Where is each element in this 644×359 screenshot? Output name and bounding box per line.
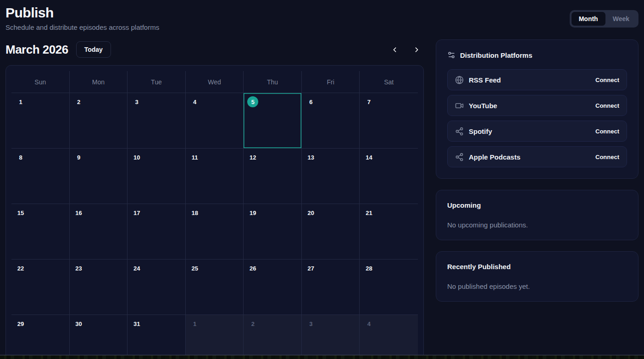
calendar-day-cell[interactable]: 27 <box>302 260 360 315</box>
chevron-right-icon <box>413 46 421 54</box>
month-view-button[interactable]: Month <box>572 12 605 26</box>
connect-button[interactable]: Connect <box>595 102 619 109</box>
calendar-day-cell[interactable]: 28 <box>360 260 418 315</box>
weekday-header: Tue <box>128 71 186 93</box>
distribution-platforms-card: Distribution Platforms RSS FeedConnect Y… <box>436 39 638 179</box>
calendar-day-cell[interactable]: 14 <box>360 149 418 204</box>
day-number: 21 <box>363 207 374 218</box>
calendar-day-cell[interactable]: 2 <box>70 93 128 149</box>
calendar-day-cell[interactable]: 7 <box>360 93 418 149</box>
day-number: 2 <box>247 318 258 329</box>
platform-name: Apple Podcasts <box>469 153 521 161</box>
weekday-header: Sun <box>11 71 70 93</box>
day-number: 27 <box>305 263 316 274</box>
calendar-day-cell[interactable]: 17 <box>128 204 186 260</box>
calendar-day-cell[interactable]: 23 <box>70 260 128 315</box>
day-number: 12 <box>247 152 258 163</box>
platform-name: YouTube <box>469 102 497 110</box>
connect-button[interactable]: Connect <box>595 77 619 83</box>
day-number: 3 <box>305 318 316 329</box>
calendar-day-cell[interactable]: 9 <box>70 149 128 204</box>
day-number: 1 <box>15 96 26 107</box>
chevron-left-icon <box>391 46 399 54</box>
platform-row[interactable]: SpotifyConnect <box>447 121 627 142</box>
connect-button[interactable]: Connect <box>595 128 619 135</box>
day-number: 22 <box>15 263 26 274</box>
video-icon <box>455 101 464 110</box>
day-number: 4 <box>189 96 200 107</box>
calendar-day-cell[interactable]: 30 <box>70 315 128 359</box>
settings-sliders-icon <box>447 51 455 59</box>
day-number: 8 <box>15 152 26 163</box>
calendar-day-cell[interactable]: 21 <box>360 204 418 260</box>
platform-list: RSS FeedConnect YouTubeConnect SpotifyCo… <box>447 69 627 167</box>
page-title: Publish <box>6 5 159 21</box>
calendar-day-cell[interactable]: 1 <box>11 93 70 149</box>
calendar-day-cell[interactable]: 31 <box>128 315 186 359</box>
connect-button[interactable]: Connect <box>595 154 619 160</box>
day-number: 3 <box>131 96 142 107</box>
calendar-day-cell[interactable]: 22 <box>11 260 70 315</box>
weekday-header: Mon <box>70 71 128 93</box>
recently-published-title: Recently Published <box>447 263 627 271</box>
weekday-header: Fri <box>302 71 360 93</box>
share-icon <box>455 153 464 161</box>
calendar-day-cell[interactable]: 20 <box>302 204 360 260</box>
calendar-day-cell[interactable]: 8 <box>11 149 70 204</box>
weekday-header: Wed <box>186 71 244 93</box>
calendar-day-cell[interactable]: 13 <box>302 149 360 204</box>
calendar-day-cell[interactable]: 3 <box>302 315 360 359</box>
calendar-day-cell[interactable]: 3 <box>128 93 186 149</box>
header-title-block: Publish Schedule and distribute episodes… <box>6 5 159 31</box>
calendar-day-cell[interactable]: 25 <box>186 260 244 315</box>
prev-month-button[interactable] <box>387 42 402 57</box>
calendar-day-cell[interactable]: 24 <box>128 260 186 315</box>
day-number: 11 <box>189 152 200 163</box>
share-icon <box>455 127 464 136</box>
calendar-toolbar: March 2026 Today <box>6 39 424 60</box>
calendar-day-cell[interactable]: 6 <box>302 93 360 149</box>
day-number: 17 <box>131 207 142 218</box>
calendar-day-cell[interactable]: 15 <box>11 204 70 260</box>
calendar-day-cell[interactable]: 10 <box>128 149 186 204</box>
week-view-button[interactable]: Week <box>605 12 637 26</box>
app-header: Publish Schedule and distribute episodes… <box>0 0 644 31</box>
day-number: 24 <box>131 263 142 274</box>
upcoming-title: Upcoming <box>447 201 627 209</box>
weekday-header: Sat <box>360 71 418 93</box>
today-button[interactable]: Today <box>76 41 111 58</box>
platform-row[interactable]: Apple PodcastsConnect <box>447 146 627 167</box>
day-number: 7 <box>363 96 374 107</box>
calendar-day-cell[interactable]: 18 <box>186 204 244 260</box>
platform-row[interactable]: YouTubeConnect <box>447 95 627 116</box>
calendar-day-cell[interactable]: 19 <box>244 204 302 260</box>
next-month-button[interactable] <box>409 42 424 57</box>
day-number: 26 <box>247 263 258 274</box>
day-number: 9 <box>73 152 84 163</box>
day-number: 10 <box>131 152 142 163</box>
platform-name: RSS Feed <box>469 76 501 84</box>
main-content: March 2026 Today SunMonTueWedThuFriSat12… <box>0 39 644 359</box>
distribution-platforms-title: Distribution Platforms <box>460 51 533 59</box>
platform-row[interactable]: RSS FeedConnect <box>447 69 627 90</box>
day-number: 23 <box>73 263 84 274</box>
calendar-day-cell[interactable]: 12 <box>244 149 302 204</box>
calendar-day-cell[interactable]: 2 <box>244 315 302 359</box>
calendar-day-cell[interactable]: 16 <box>70 204 128 260</box>
calendar-day-cell[interactable]: 26 <box>244 260 302 315</box>
day-number: 28 <box>363 263 374 274</box>
calendar-day-cell[interactable]: 1 <box>186 315 244 359</box>
bottom-edge-artifact <box>0 355 644 359</box>
distribution-platforms-header: Distribution Platforms <box>447 51 627 59</box>
calendar-day-cell-today[interactable]: 5 <box>244 93 302 149</box>
calendar-grid: SunMonTueWedThuFriSat1234567891011121314… <box>11 71 418 359</box>
calendar-day-cell[interactable]: 4 <box>360 315 418 359</box>
calendar: SunMonTueWedThuFriSat1234567891011121314… <box>6 65 424 359</box>
calendar-day-cell[interactable]: 11 <box>186 149 244 204</box>
platform-name: Spotify <box>469 127 492 135</box>
calendar-day-cell[interactable]: 29 <box>11 315 70 359</box>
day-number: 29 <box>15 318 26 329</box>
day-number: 2 <box>73 96 84 107</box>
recently-published-empty-text: No published episodes yet. <box>447 282 627 290</box>
calendar-day-cell[interactable]: 4 <box>186 93 244 149</box>
